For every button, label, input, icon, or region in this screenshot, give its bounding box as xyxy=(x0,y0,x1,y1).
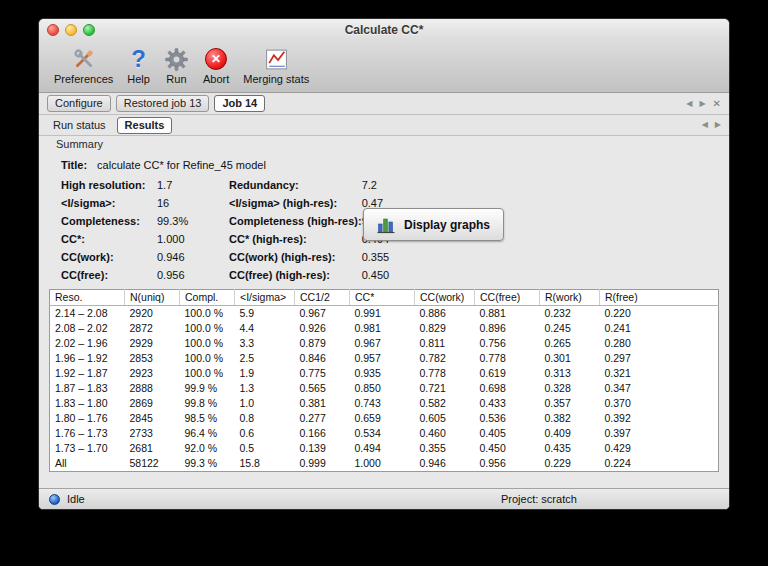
preferences-icon xyxy=(71,44,97,74)
table-cell: 1.83 – 1.80 xyxy=(50,396,125,411)
table-cell: 0.659 xyxy=(350,411,415,426)
table-cell: 0.435 xyxy=(540,441,600,456)
results-table-container: Reso.N(uniq)Compl.<I/sigma>CC1/2CC*CC(wo… xyxy=(49,289,719,472)
table-row[interactable]: 1.73 – 1.70268192.0 %0.50.1390.4940.3550… xyxy=(50,441,719,456)
table-cell: 0.850 xyxy=(350,381,415,396)
table-cell: 0.328 xyxy=(540,381,600,396)
status-text: Idle xyxy=(67,493,85,505)
display-graphs-button[interactable]: Display graphs xyxy=(363,208,504,241)
table-cell: 0.782 xyxy=(415,351,475,366)
table-cell: 0.370 xyxy=(600,396,719,411)
table-row[interactable]: 2.08 – 2.022872100.0 %4.40.9260.9810.829… xyxy=(50,321,719,336)
table-cell: 100.0 % xyxy=(180,321,235,336)
column-header[interactable]: Reso. xyxy=(50,290,125,306)
table-row[interactable]: 1.83 – 1.80286999.8 %1.00.3810.7430.5820… xyxy=(50,396,719,411)
summary-section-label: Summary xyxy=(39,136,729,152)
table-cell: 0.565 xyxy=(295,381,350,396)
table-cell: 1.87 – 1.83 xyxy=(50,381,125,396)
view-tab-scroll-right-button[interactable]: ▶ xyxy=(715,120,721,130)
table-row[interactable]: 1.87 – 1.83288899.9 %1.30.5650.8500.7210… xyxy=(50,381,719,396)
table-row[interactable]: 2.02 – 1.962929100.0 %3.30.8790.9670.811… xyxy=(50,336,719,351)
table-cell: 0.321 xyxy=(600,366,719,381)
tab-configure[interactable]: Configure xyxy=(47,95,111,112)
tab-job-14[interactable]: Job 14 xyxy=(214,95,265,112)
table-row[interactable]: 1.92 – 1.872923100.0 %1.90.7750.9350.778… xyxy=(50,366,719,381)
table-cell: 0.721 xyxy=(415,381,475,396)
table-cell: 2.5 xyxy=(235,351,295,366)
view-tab-scroll-left-button[interactable]: ◀ xyxy=(702,120,708,130)
table-row[interactable]: 1.76 – 1.73273396.4 %0.60.1660.5340.4600… xyxy=(50,426,719,441)
table-cell: 0.536 xyxy=(475,411,540,426)
table-cell: 1.9 xyxy=(235,366,295,381)
preferences-button[interactable]: Preferences xyxy=(47,44,120,85)
table-cell: 92.0 % xyxy=(180,441,235,456)
project-label: Project: scratch xyxy=(501,493,577,505)
table-cell: 0.935 xyxy=(350,366,415,381)
table-cell: 0.460 xyxy=(415,426,475,441)
close-button[interactable] xyxy=(47,24,59,36)
summary-field-label: Completeness (high-res): xyxy=(229,215,362,227)
table-row[interactable]: 2.14 – 2.082920100.0 %5.90.9670.9910.886… xyxy=(50,306,719,322)
column-header[interactable]: R(work) xyxy=(540,290,600,306)
table-cell: 3.3 xyxy=(235,336,295,351)
table-cell: 0.245 xyxy=(540,321,600,336)
table-cell: 0.881 xyxy=(475,306,540,322)
tab-scroll-right-button[interactable]: ▶ xyxy=(699,99,705,109)
table-cell: 1.80 – 1.76 xyxy=(50,411,125,426)
table-cell: 1.76 – 1.73 xyxy=(50,426,125,441)
help-button[interactable]: ? Help xyxy=(120,44,157,85)
table-cell: 15.8 xyxy=(235,456,295,472)
toolbar-item-label: Help xyxy=(127,73,150,85)
merging-stats-button[interactable]: Merging stats xyxy=(236,44,316,85)
column-header[interactable]: CC(work) xyxy=(415,290,475,306)
tab-run-status[interactable]: Run status xyxy=(47,118,112,133)
table-cell: 0.991 xyxy=(350,306,415,322)
help-icon: ? xyxy=(131,44,146,74)
column-header[interactable]: CC* xyxy=(350,290,415,306)
column-header[interactable]: CC1/2 xyxy=(295,290,350,306)
table-cell: 2929 xyxy=(125,336,180,351)
summary-field-value: 1.000 xyxy=(157,233,229,245)
table-cell: 1.92 – 1.87 xyxy=(50,366,125,381)
run-button[interactable]: Run xyxy=(157,44,196,85)
table-row[interactable]: All5812299.3 %15.80.9991.0000.9460.9560.… xyxy=(50,456,719,472)
summary-field-value: 7.2 xyxy=(362,179,393,191)
tab-scroll-left-button[interactable]: ◀ xyxy=(686,99,692,109)
table-cell: 100.0 % xyxy=(180,306,235,322)
zoom-button[interactable] xyxy=(83,24,95,36)
table-cell: 0.946 xyxy=(415,456,475,472)
column-header[interactable]: CC(free) xyxy=(475,290,540,306)
results-panel: Title:calculate CC* for Refine_45 model … xyxy=(39,152,729,472)
table-cell: 0.494 xyxy=(350,441,415,456)
table-cell: 0.743 xyxy=(350,396,415,411)
table-cell: 0.956 xyxy=(475,456,540,472)
table-row[interactable]: 1.96 – 1.922853100.0 %2.50.8460.9570.782… xyxy=(50,351,719,366)
abort-button[interactable]: ✕ Abort xyxy=(196,44,236,85)
table-cell: 0.967 xyxy=(295,306,350,322)
table-cell: 2681 xyxy=(125,441,180,456)
summary-grid: High resolution:1.7Redundancy:7.2<I/sigm… xyxy=(49,179,393,281)
column-header[interactable]: Compl. xyxy=(180,290,235,306)
minimize-button[interactable] xyxy=(65,24,77,36)
column-header[interactable]: N(uniq) xyxy=(125,290,180,306)
tab-restored-job-13[interactable]: Restored job 13 xyxy=(116,95,210,112)
table-cell: 2920 xyxy=(125,306,180,322)
table-cell: 1.73 – 1.70 xyxy=(50,441,125,456)
title-bar[interactable]: Calculate CC* xyxy=(39,19,729,41)
table-cell: 0.5 xyxy=(235,441,295,456)
table-row[interactable]: 1.80 – 1.76284598.5 %0.80.2770.6590.6050… xyxy=(50,411,719,426)
tab-results[interactable]: Results xyxy=(117,117,173,134)
table-cell: 1.0 xyxy=(235,396,295,411)
summary-field-label: Completeness: xyxy=(61,215,157,227)
tab-close-button[interactable]: ✕ xyxy=(713,99,721,109)
table-cell: 1.000 xyxy=(350,456,415,472)
table-cell: All xyxy=(50,456,125,472)
table-cell: 0.139 xyxy=(295,441,350,456)
table-cell: 0.229 xyxy=(540,456,600,472)
summary-field-label: <I/sigma> (high-res): xyxy=(229,197,362,209)
table-cell: 0.355 xyxy=(415,441,475,456)
column-header[interactable]: R(free) xyxy=(600,290,719,306)
table-cell: 0.265 xyxy=(540,336,600,351)
column-header[interactable]: <I/sigma> xyxy=(235,290,295,306)
table-cell: 100.0 % xyxy=(180,336,235,351)
